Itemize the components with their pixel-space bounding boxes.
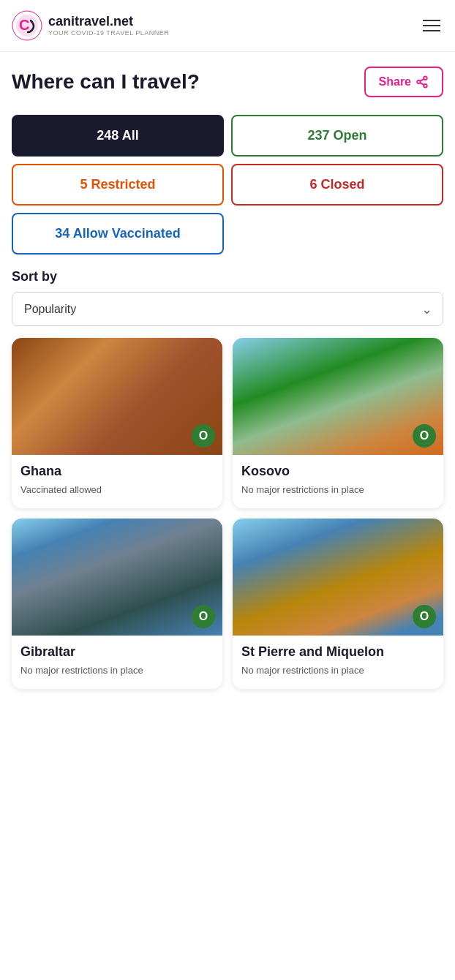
filter-grid: 248 All 237 Open 5 Restricted 6 Closed bbox=[12, 115, 443, 206]
filter-vaccinated-label: 34 Allow Vaccinated bbox=[55, 226, 180, 241]
card-info: Kosovo No major restrictions in place bbox=[233, 455, 443, 508]
main-content: Where can I travel? Share 248 All 237 Op… bbox=[0, 52, 455, 704]
hamburger-line-2 bbox=[423, 25, 440, 26]
country-status: No major restrictions in place bbox=[241, 483, 435, 497]
card-image bbox=[233, 338, 443, 455]
filter-vaccinated-button[interactable]: 34 Allow Vaccinated bbox=[12, 213, 224, 255]
hamburger-line-3 bbox=[423, 30, 440, 31]
logo: C canitravel.net YOUR COVID-19 TRAVEL PL… bbox=[12, 10, 169, 41]
hamburger-line-1 bbox=[423, 20, 440, 21]
header: C canitravel.net YOUR COVID-19 TRAVEL PL… bbox=[0, 0, 455, 52]
sort-dropdown-wrapper: Popularity Alphabetical Most Restricted … bbox=[12, 292, 443, 326]
country-card[interactable]: O Gibraltar No major restrictions in pla… bbox=[12, 519, 222, 689]
country-card[interactable]: O Kosovo No major restrictions in place bbox=[233, 338, 443, 508]
status-badge: O bbox=[413, 605, 436, 628]
card-info: Gibraltar No major restrictions in place bbox=[12, 636, 222, 689]
share-button[interactable]: Share bbox=[364, 67, 443, 97]
share-icon bbox=[415, 75, 429, 88]
filter-all-label: 248 All bbox=[97, 128, 138, 143]
title-row: Where can I travel? Share bbox=[12, 67, 443, 97]
card-image bbox=[233, 519, 443, 636]
country-card[interactable]: O St Pierre and Miquelon No major restri… bbox=[233, 519, 443, 689]
sort-section: Sort by Popularity Alphabetical Most Res… bbox=[12, 269, 443, 326]
country-status: No major restrictions in place bbox=[241, 664, 435, 677]
status-badge: O bbox=[192, 605, 215, 628]
logo-text: canitravel.net YOUR COVID-19 TRAVEL PLAN… bbox=[48, 15, 169, 37]
country-card[interactable]: O Ghana Vaccinated allowed bbox=[12, 338, 222, 508]
filter-open-button[interactable]: 237 Open bbox=[231, 115, 443, 157]
country-name: St Pierre and Miquelon bbox=[241, 644, 435, 660]
sort-dropdown[interactable]: Popularity Alphabetical Most Restricted … bbox=[12, 293, 443, 325]
country-name: Kosovo bbox=[241, 464, 435, 479]
card-image bbox=[12, 519, 222, 636]
filter-open-label: 237 Open bbox=[307, 128, 366, 143]
filter-closed-label: 6 Closed bbox=[309, 177, 364, 192]
card-image-container: O bbox=[12, 338, 222, 455]
card-info: Ghana Vaccinated allowed bbox=[12, 455, 222, 508]
card-image bbox=[12, 338, 222, 455]
filter-closed-button[interactable]: 6 Closed bbox=[231, 164, 443, 206]
logo-icon: C bbox=[12, 10, 42, 41]
status-badge: O bbox=[192, 424, 215, 448]
country-status: No major restrictions in place bbox=[20, 664, 214, 677]
card-image-container: O bbox=[12, 519, 222, 636]
filter-vaccinated-row: 34 Allow Vaccinated bbox=[12, 213, 443, 255]
country-name: Ghana bbox=[20, 464, 214, 479]
country-grid: O Ghana Vaccinated allowed O Kosovo No m… bbox=[12, 338, 443, 689]
status-badge: O bbox=[413, 424, 436, 448]
card-image-container: O bbox=[233, 519, 443, 636]
svg-line-6 bbox=[420, 79, 424, 81]
filter-all-button[interactable]: 248 All bbox=[12, 115, 224, 157]
svg-text:C: C bbox=[19, 17, 29, 33]
page-title: Where can I travel? bbox=[12, 69, 200, 94]
card-image-container: O bbox=[233, 338, 443, 455]
country-status: Vaccinated allowed bbox=[20, 483, 214, 497]
card-info: St Pierre and Miquelon No major restrict… bbox=[233, 636, 443, 689]
country-name: Gibraltar bbox=[20, 644, 214, 660]
share-label: Share bbox=[379, 75, 411, 88]
logo-subtitle: YOUR COVID-19 TRAVEL PLANNER bbox=[48, 29, 169, 37]
filter-restricted-label: 5 Restricted bbox=[80, 177, 155, 192]
sort-label: Sort by bbox=[12, 269, 443, 284]
filter-restricted-button[interactable]: 5 Restricted bbox=[12, 164, 224, 206]
hamburger-menu[interactable] bbox=[420, 13, 443, 38]
logo-title: canitravel.net bbox=[48, 15, 169, 29]
svg-line-5 bbox=[420, 83, 424, 85]
